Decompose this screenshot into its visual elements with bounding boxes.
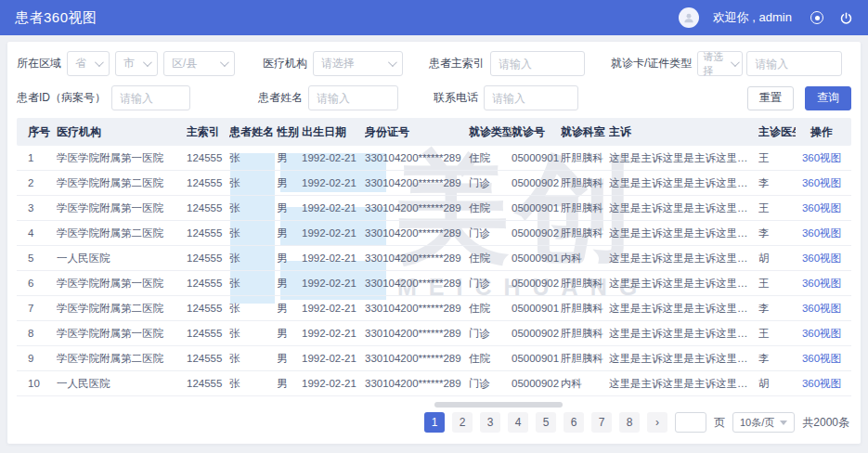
cell-cert_no: 330104200******289	[365, 303, 469, 314]
cell-visit_no: 05000901	[512, 353, 561, 364]
org-label: 医疗机构	[263, 56, 307, 71]
top-bar: 患者360视图 欢迎你 , admin	[0, 0, 868, 35]
cell-action: 360视图	[796, 226, 851, 240]
cell-dept: 肝胆胰科	[561, 327, 609, 341]
cell-sex: 男	[277, 151, 302, 165]
logout-power-icon[interactable]	[838, 10, 853, 25]
cell-action: 360视图	[796, 327, 851, 341]
card-number-input[interactable]	[746, 51, 842, 76]
cell-birth: 1992-02-21	[302, 202, 365, 214]
district-select[interactable]: 区/县	[163, 51, 235, 76]
cell-cert_no: 330104200******289	[365, 227, 469, 239]
view-360-link[interactable]: 360视图	[802, 328, 841, 339]
cell-name: 张	[229, 277, 277, 291]
column-header: 主诊医生	[758, 124, 796, 140]
view-360-link[interactable]: 360视图	[802, 227, 841, 239]
cell-no: 3	[17, 202, 57, 214]
cell-master_index: 124555	[187, 252, 229, 264]
cell-sex: 男	[277, 176, 302, 190]
cell-complaint: 这里是主诉这里是主诉这里是主诉...	[609, 352, 758, 366]
table-row: 2学医学院附属第二医院124555张男1992-02-21330104200**…	[17, 171, 851, 196]
cell-doctor: 胡	[758, 377, 796, 391]
page-size-select[interactable]: 10条/页	[732, 412, 795, 433]
fullscreen-target-icon[interactable]	[810, 10, 824, 25]
cell-sex: 男	[277, 302, 302, 316]
org-select[interactable]: 请选择	[313, 51, 403, 76]
city-select[interactable]: 市	[115, 51, 158, 76]
cell-dept: 肝胆胰科	[561, 352, 609, 366]
cell-cert_no: 330104200******289	[365, 328, 469, 339]
master-index-input[interactable]	[490, 51, 585, 76]
page-button-2[interactable]: 2	[452, 412, 473, 433]
card-type-select[interactable]: 请选择	[697, 51, 743, 76]
view-360-link[interactable]: 360视图	[802, 303, 841, 314]
cell-visit_no: 05000902	[512, 378, 561, 389]
patient-table: 序号医疗机构主索引患者姓名性别出生日期身份证号就诊类型就诊号就诊科室主诉主诊医生…	[17, 118, 851, 396]
region-label: 所在区域	[17, 56, 61, 71]
column-header: 身份证号	[365, 124, 469, 140]
pagination: 12345678 › 页 10条/页 共2000条	[424, 412, 849, 433]
page-button-6[interactable]: 6	[564, 412, 584, 433]
page-jump-input[interactable]	[675, 412, 706, 433]
next-page-button[interactable]: ›	[647, 412, 667, 433]
cell-name: 张	[229, 252, 277, 265]
search-button[interactable]: 查询	[805, 86, 851, 110]
cell-org: 学医学院附属第二医院	[57, 302, 187, 316]
view-360-link[interactable]: 360视图	[802, 152, 841, 163]
cell-master_index: 124555	[187, 353, 229, 364]
page-suffix-label: 页	[714, 415, 725, 431]
phone-input[interactable]	[484, 85, 578, 110]
cell-org: 一人民医院	[57, 377, 187, 391]
table-row: 6学医学院附属第一医院124555张男1992-02-21330104200**…	[17, 271, 851, 296]
cell-doctor: 胡	[758, 252, 796, 265]
reset-button[interactable]: 重置	[747, 86, 794, 110]
cell-action: 360视图	[796, 201, 851, 215]
cell-org: 学医学院附属第一医院	[57, 201, 187, 215]
chevron-down-icon	[731, 58, 740, 67]
cell-action: 360视图	[796, 352, 851, 366]
page-button-5[interactable]: 5	[536, 412, 556, 433]
page-button-7[interactable]: 7	[591, 412, 612, 433]
cell-name: 张	[229, 176, 277, 190]
page-button-1[interactable]: 1	[424, 412, 445, 433]
view-360-link[interactable]: 360视图	[802, 378, 841, 389]
cell-visit_type: 门诊	[469, 277, 512, 291]
cell-org: 学医学院附属第一医院	[57, 277, 187, 291]
district-select-value: 区/县	[172, 56, 197, 71]
page-button-3[interactable]: 3	[480, 412, 500, 433]
cell-no: 1	[17, 152, 57, 163]
page-button-4[interactable]: 4	[508, 412, 528, 433]
patient-name-input[interactable]	[308, 85, 398, 110]
view-360-link[interactable]: 360视图	[802, 177, 841, 188]
cell-visit_no: 05000901	[512, 252, 561, 264]
page-title: 患者360视图	[15, 9, 97, 27]
view-360-link[interactable]: 360视图	[802, 252, 841, 264]
patient-id-label: 患者ID（病案号）	[17, 90, 106, 106]
cell-birth: 1992-02-21	[302, 152, 365, 163]
view-360-link[interactable]: 360视图	[802, 278, 841, 289]
table-row: 7学医学院附属第二医院124555张男1992-02-21330104200**…	[17, 296, 851, 321]
cell-sex: 男	[277, 377, 302, 391]
column-header: 序号	[17, 124, 57, 140]
patient-table-body: 1学医学院附属第一医院124555张男1992-02-21330104200**…	[17, 146, 851, 396]
cell-doctor: 李	[758, 302, 796, 316]
avatar[interactable]	[679, 7, 699, 28]
cell-dept: 肝胆胰科	[561, 151, 609, 165]
page-button-8[interactable]: 8	[619, 412, 640, 433]
patient-id-input[interactable]	[111, 85, 190, 110]
cell-action: 360视图	[796, 176, 851, 190]
column-header: 就诊类型	[469, 124, 512, 140]
table-row: 3学医学院附属第一医院124555张男1992-02-21330104200**…	[17, 196, 851, 221]
province-select[interactable]: 省	[67, 51, 110, 76]
cell-visit_no: 05000902	[512, 278, 561, 289]
cell-sex: 男	[277, 201, 302, 215]
cell-dept: 内科	[561, 252, 609, 265]
cell-birth: 1992-02-21	[302, 278, 365, 289]
cell-visit_no: 05000902	[512, 177, 561, 188]
view-360-link[interactable]: 360视图	[802, 202, 841, 214]
cell-no: 5	[17, 252, 57, 264]
horizontal-scrollbar[interactable]	[434, 402, 563, 408]
chevron-down-icon	[388, 58, 397, 67]
cell-dept: 内科	[561, 377, 609, 391]
view-360-link[interactable]: 360视图	[802, 353, 841, 364]
